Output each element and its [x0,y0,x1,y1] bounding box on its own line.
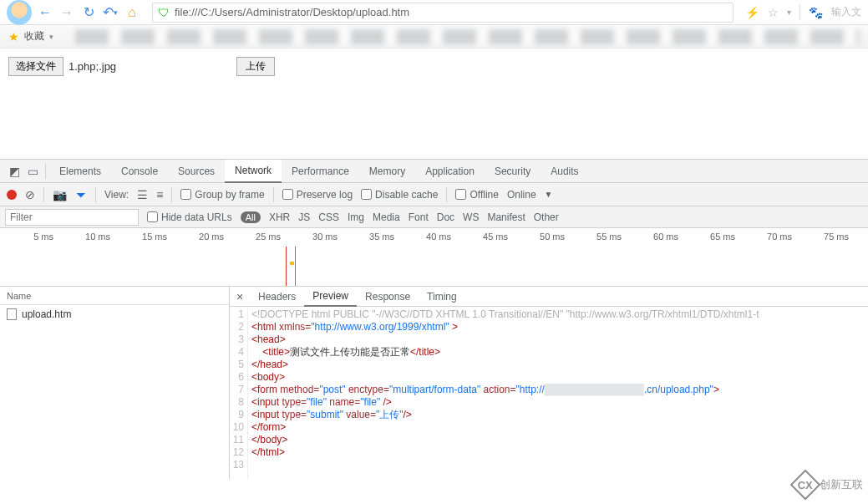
code-text: xmlns= [279,321,311,333]
filter-ws[interactable]: WS [463,211,479,223]
capture-icon[interactable]: 📷 [53,188,67,201]
code-text: action= [480,384,515,395]
tab-network[interactable]: Network [225,160,282,183]
filter-font[interactable]: Font [409,211,429,223]
filter-input[interactable] [5,209,139,226]
tab-preview[interactable]: Preview [304,287,357,307]
line-gutter: 1 2 3 4 5 6 7 8 9 10 11 12 13 [230,307,248,479]
preview-pane: × Headers Preview Response Timing 1 2 3 … [230,287,868,479]
timeline-tick: 20 ms [170,232,227,242]
timeline-tick: 45 ms [454,232,511,242]
code-text: <title> [251,346,290,358]
avatar[interactable] [7,0,32,25]
tab-security[interactable]: Security [485,160,541,183]
filter-img[interactable]: Img [348,211,364,223]
code-text: 测试文件上传功能是否正常 [290,346,410,358]
timeline-tick: 15 ms [114,232,170,242]
choose-file-button[interactable]: 选择文件 [8,57,63,76]
device-icon[interactable]: ▭ [23,162,42,181]
group-by-frame-input[interactable] [180,189,191,200]
tab-audits[interactable]: Audits [541,160,588,183]
timeline-ruler: 5 ms 10 ms 15 ms 20 ms 25 ms 30 ms 35 ms… [0,228,868,247]
close-preview-button[interactable]: × [230,290,250,303]
upload-button[interactable]: 上传 [236,57,275,76]
code-text: </title> [410,346,440,358]
filter-manifest[interactable]: Manifest [487,211,525,223]
paw-icon[interactable]: 🐾 [809,6,823,19]
filter-doc[interactable]: Doc [437,211,454,223]
star-icon[interactable]: ☆ [768,6,779,19]
dropdown-icon[interactable]: ▾ [787,8,791,17]
input-hint[interactable]: 输入文 [831,5,861,19]
group-by-frame-checkbox[interactable]: Group by frame [180,189,264,201]
preserve-log-checkbox[interactable]: Preserve log [282,189,353,201]
request-list-header[interactable]: Name [0,287,229,305]
flash-icon[interactable]: ⚡ [745,6,759,19]
favorites-label[interactable]: 收藏 [24,29,44,43]
watermark-badge-text: CX [798,479,813,491]
view-large-icon[interactable]: ☰ [137,188,148,201]
code-text: "submit" [307,409,343,420]
shield-icon: 🛡 [158,6,170,19]
disable-cache-checkbox[interactable]: Disable cache [361,189,438,201]
throttling-dropdown-icon[interactable]: ▼ [545,190,553,199]
timeline-tick: 55 ms [568,232,625,242]
tab-headers[interactable]: Headers [250,287,304,307]
timeline-tick: 65 ms [682,232,739,242]
offline-input[interactable] [455,189,466,200]
hide-data-urls-input[interactable] [147,211,158,222]
undo-button[interactable]: ↶▾ [102,4,119,21]
filter-all[interactable]: All [241,211,261,223]
address-bar[interactable]: 🛡 file:///C:/Users/Administrator/Desktop… [152,3,733,23]
offline-checkbox[interactable]: Offline [455,189,498,201]
reload-button[interactable]: ↻ [80,4,97,21]
network-toolbar: ⊘ 📷 ⏷ View: ☰ ≡ Group by frame Preserve … [0,183,868,206]
tab-elements[interactable]: Elements [49,160,111,183]
timeline-body [0,247,868,286]
filter-media[interactable]: Media [373,211,400,223]
code-text: "http://www.w3.org/1999/xhtml" [311,321,449,333]
view-small-icon[interactable]: ≡ [156,188,163,201]
request-item[interactable]: upload.htm [0,305,229,323]
timeline-domcontentloaded-mark [286,247,287,286]
record-button[interactable] [7,190,17,200]
favorites-star-icon[interactable]: ★ [8,30,19,43]
timeline-tick: 10 ms [57,232,114,242]
filter-js[interactable]: JS [298,211,310,223]
code-text: "file" [360,396,380,408]
preserve-log-label: Preserve log [297,189,353,201]
filter-xhr[interactable]: XHR [269,211,290,223]
code-text: "post" [319,384,345,395]
inspect-icon[interactable]: ◩ [5,162,23,181]
disable-cache-input[interactable] [361,189,372,200]
source-preview[interactable]: 1 2 3 4 5 6 7 8 9 10 11 12 13 <!DOCTYPE … [230,307,868,479]
clear-icon[interactable]: ⊘ [25,188,35,201]
online-select[interactable]: Online [507,189,536,201]
network-timeline[interactable]: 5 ms 10 ms 15 ms 20 ms 25 ms 30 ms 35 ms… [0,228,868,287]
filter-icon[interactable]: ⏷ [75,188,87,201]
timeline-tick: 70 ms [739,232,795,242]
forward-button[interactable]: → [58,4,75,21]
browser-toolbar: ← → ↻ ↶▾ ⌂ 🛡 file:///C:/Users/Administra… [0,0,868,25]
tab-console[interactable]: Console [111,160,168,183]
tab-memory[interactable]: Memory [359,160,415,183]
timeline-tick: 30 ms [284,232,341,242]
preserve-log-input[interactable] [282,189,293,200]
filter-css[interactable]: CSS [318,211,339,223]
back-button[interactable]: ← [37,4,53,21]
blurred-bookmarks [75,29,860,44]
tab-performance[interactable]: Performance [282,160,359,183]
favorites-dropdown-icon[interactable]: ▾ [49,33,53,41]
home-button[interactable]: ⌂ [124,4,140,21]
tab-response[interactable]: Response [357,287,419,307]
filter-other[interactable]: Other [534,211,559,223]
timeline-tick: 40 ms [398,232,454,242]
tab-timing[interactable]: Timing [419,287,465,307]
hide-data-urls-checkbox[interactable]: Hide data URLs [147,211,232,223]
tab-sources[interactable]: Sources [168,160,225,183]
tab-application[interactable]: Application [415,160,485,183]
timeline-tick: 75 ms [795,232,852,242]
divider [799,5,800,20]
code-lines: <!DOCTYPE html PUBLIC "-//W3C//DTD XHTML… [248,307,868,479]
code-text: method= [280,384,319,395]
